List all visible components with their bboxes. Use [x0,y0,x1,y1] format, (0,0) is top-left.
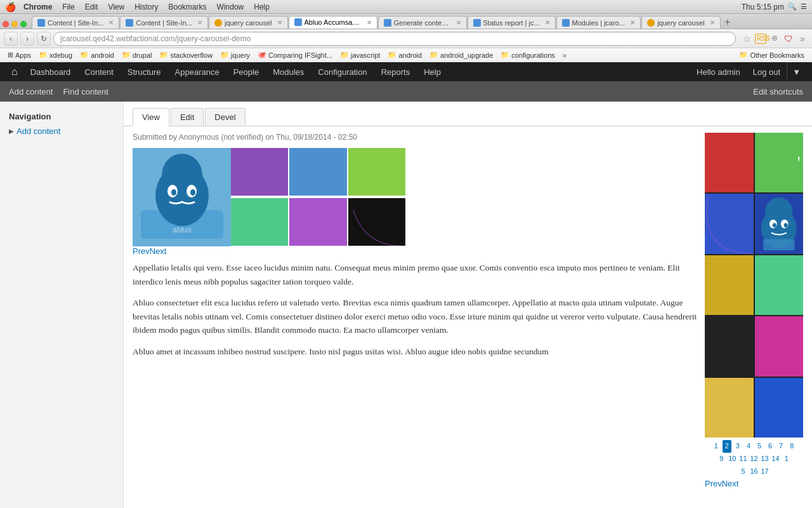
mac-menu-history[interactable]: History [134,3,158,11]
tab-view[interactable]: View [133,108,169,126]
rss-icon[interactable]: RSS [755,34,766,44]
admin-nav-appearance[interactable]: Appearance [169,62,226,81]
bookmark-add-icon[interactable]: ⊕ [769,34,780,44]
mac-menu-help[interactable]: Help [254,3,270,11]
shield-icon[interactable]: 🛡 [783,34,794,44]
bookmark-drupal[interactable]: 📁 drupal [119,51,155,59]
tab-close-2[interactable]: ✕ [277,19,282,26]
add-content-shortcut[interactable]: Add content [9,87,53,97]
admin-gear-button[interactable]: ▼ [787,62,806,81]
nav-num-1b[interactable]: 1 [782,453,791,465]
admin-nav-help[interactable]: Help [417,62,447,81]
bookmark-android[interactable]: 📁 android [77,51,117,59]
bookmark-xdebug[interactable]: 📁 xdebug [36,51,75,59]
browser-tab-1[interactable]: Content | Site-In... ✕ [120,16,207,29]
nav-num-2[interactable]: 2 [723,440,731,453]
tab-devel[interactable]: Devel [205,108,245,126]
admin-logout-button[interactable]: Log out [747,62,787,81]
mac-menu-file[interactable]: File [62,3,74,11]
forward-button[interactable]: › [20,32,34,46]
new-tab-button[interactable]: + [721,16,734,29]
browser-tab-6[interactable]: Modules | jcaro... ✕ [556,16,641,29]
nav-num-14[interactable]: 14 [771,453,780,465]
more-icon[interactable]: » [797,34,808,44]
nav-num-5[interactable]: 5 [755,440,764,453]
bookmark-configurations[interactable]: 📁 configurations [498,51,558,59]
nav-num-1[interactable]: 1 [712,440,721,453]
mac-search-icon[interactable]: 🔍 [788,3,797,11]
window-close-btn[interactable] [3,21,9,27]
browser-tab-2[interactable]: jquery carousel ✕ [209,16,288,29]
admin-nav-configuration[interactable]: Configuration [311,62,373,81]
mac-menu-icon[interactable]: ☰ [801,3,807,11]
carousel-nav[interactable]: PrevNext [133,246,405,256]
star-icon[interactable]: ☆ [741,34,752,44]
browser-tab-3[interactable]: Abluo Accumsan... ✕ [289,16,377,29]
mac-menu-view[interactable]: View [108,3,124,11]
edit-shortcuts-link[interactable]: Edit shortcuts [753,87,803,97]
bookmark-comparing[interactable]: 🐙 Comparing IFSight... [255,51,335,59]
nav-num-13[interactable]: 13 [761,453,769,465]
tab-close-6[interactable]: ✕ [630,19,635,26]
find-content-shortcut[interactable]: Find content [63,87,108,97]
sidebar-add-content[interactable]: ▶ Add content [0,124,123,138]
nav-num-3[interactable]: 3 [733,440,742,453]
bookmark-android2[interactable]: 📁 android [385,51,424,59]
mac-menu-chrome[interactable]: Chrome [23,3,52,11]
nav-num-6[interactable]: 6 [766,440,775,453]
nav-num-10[interactable]: 10 [728,453,737,465]
admin-nav-content[interactable]: Content [78,62,120,81]
admin-nav-people[interactable]: People [227,62,265,81]
nav-num-16[interactable]: 16 [750,465,759,478]
tab-close-1[interactable]: ✕ [197,19,202,26]
window-minimize-btn[interactable] [11,21,18,27]
mac-menu-edit[interactable]: Edit [85,3,98,11]
url-bar[interactable]: jcarousel.qed42.webfactional.com/jquery-… [53,32,736,46]
nav-num-12[interactable]: 12 [750,453,759,465]
admin-nav-structure[interactable]: Structure [121,62,167,81]
nav-num-4[interactable]: 4 [744,440,753,453]
tab-close-5[interactable]: ✕ [545,19,550,26]
nav-num-8[interactable]: 8 [787,440,796,453]
right-carousel-prev[interactable]: Prev [705,479,722,488]
back-button[interactable]: ‹ [4,32,18,46]
window-maximize-btn[interactable] [20,21,27,27]
browser-tab-5[interactable]: Status report | jc... ✕ [468,16,556,29]
right-carousel-next[interactable]: Next [722,479,739,488]
tab-close-7[interactable]: ✕ [710,19,715,26]
bookmark-stackoverflow-label: stackoverflow [170,51,213,59]
carousel-next[interactable]: Next [150,246,167,256]
apple-logo-icon[interactable]: 🍎 [5,2,16,12]
admin-nav-modules[interactable]: Modules [266,62,310,81]
browser-tab-0[interactable]: Content | Site-In... ✕ [32,16,119,29]
admin-nav-reports[interactable]: Reports [375,62,417,81]
carousel-prev[interactable]: Prev [133,246,150,256]
bookmark-other[interactable]: 📁 Other Bookmarks [737,51,807,59]
nav-num-11[interactable]: 11 [738,453,747,465]
nav-num-17[interactable]: 17 [761,465,769,478]
bookmark-jquery[interactable]: 📁 jquery [218,51,252,59]
admin-nav-dashboard[interactable]: Dashboard [24,62,77,81]
bookmark-stackoverflow[interactable]: 📁 stackoverflow [157,51,215,59]
bookmark-javascript[interactable]: 📁 javascript [337,51,383,59]
bookmarks-more[interactable]: » [563,51,566,59]
nav-num-9[interactable]: 9 [717,453,726,465]
bookmark-apps[interactable]: ⊞ Apps [5,51,34,59]
mac-menu-window[interactable]: Window [217,3,244,11]
browser-tab-4[interactable]: Generate conten... ✕ [378,16,467,29]
tab-close-3[interactable]: ✕ [367,19,372,26]
browser-tab-7[interactable]: jquery carousel ✕ [641,16,721,29]
tab-close-4[interactable]: ✕ [456,19,461,26]
folder-icon: 📁 [340,51,349,59]
grid-cell-1 [289,148,346,196]
tab-edit[interactable]: Edit [171,108,204,126]
admin-home-button[interactable]: ⌂ [6,62,23,81]
right-carousel-nav[interactable]: PrevNext [705,479,803,488]
mac-menu-bookmarks[interactable]: Bookmarks [169,3,207,11]
bookmark-android-upgrade[interactable]: 📁 android_upgrade [427,51,495,59]
refresh-button[interactable]: ↻ [37,32,51,46]
nav-num-5b[interactable]: 5 [738,465,747,478]
nav-num-7[interactable]: 7 [776,440,785,453]
tab-close-0[interactable]: ✕ [108,19,114,26]
shortcuts-bar: Add content Find content Edit shortcuts [0,81,812,102]
